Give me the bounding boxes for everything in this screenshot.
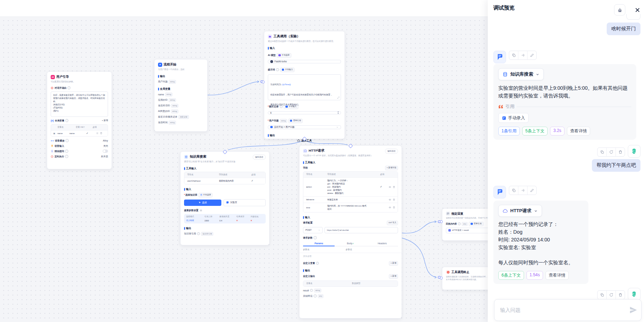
info-icon: i xyxy=(65,139,69,142)
manual-entry-icon xyxy=(502,116,506,120)
tts-play-icon[interactable] xyxy=(518,186,527,195)
view-detail-button[interactable]: 查看详情 xyxy=(567,127,590,135)
edit-description-button[interactable]: 编辑描述 xyxy=(385,149,398,154)
tts-value[interactable]: Alloy xyxy=(103,139,108,142)
section-input: 输入 xyxy=(299,216,402,219)
node-subtitle: 可以配置应用的系统参数。 xyxy=(51,80,108,83)
table-row[interactable]: action 预约行为，一共四种： get - 查询预约情况 put - 更新预… xyxy=(303,177,398,196)
reply-mode-badge[interactable]: 变量引用 xyxy=(469,222,483,226)
kb-ref-label: 知识库引用 xyxy=(184,232,196,235)
add-field-button[interactable]: + 新增字段 xyxy=(385,166,398,170)
citation-count-badge[interactable]: 1条引用 xyxy=(498,127,520,135)
model-mode-badge[interactable]: 手动选择 xyxy=(277,53,291,58)
kb-search-icon xyxy=(503,72,508,77)
copy-icon[interactable] xyxy=(598,291,606,299)
info-icon: i xyxy=(68,86,71,89)
eye-icon[interactable] xyxy=(389,198,391,201)
trash-icon[interactable] xyxy=(393,206,395,209)
user-avatar xyxy=(628,288,640,301)
model-select[interactable]: FastAI-turbo xyxy=(268,60,341,63)
copy-icon[interactable] xyxy=(509,51,518,59)
method-select[interactable]: POST xyxy=(303,227,323,233)
node-subtitle: 可以发出一个 HTTP 请求，实现更为复杂的操作（联网搜索、数据库查询等） xyxy=(303,154,385,157)
node-title: 用户引导 xyxy=(56,75,69,79)
eye-icon[interactable] xyxy=(389,186,391,188)
select-kb-button[interactable]: 选择 xyxy=(184,200,221,206)
tab-body[interactable]: Body✓ xyxy=(335,241,366,246)
chat-input[interactable] xyxy=(494,307,626,313)
prompt-mode-badge[interactable]: 手动输入 xyxy=(280,68,295,72)
http-request-accordion[interactable]: HTTP请求 xyxy=(498,205,542,217)
table-row[interactable]: ▣ name name ✓ xyxy=(51,130,108,136)
clear-history-button[interactable] xyxy=(614,4,625,15)
node-user-guide[interactable]: Hi 用户引导 可以配置应用的系统参数。 对话开场白 i 你好，我是实验室助手，… xyxy=(47,71,112,169)
ai-message-text: 实验室的营业时间是早上9:00到晚上5:00。如果有其他问题或需要预约实验室，请… xyxy=(498,84,631,100)
edit-icon[interactable] xyxy=(527,186,536,195)
add-variable-button[interactable]: + 新增 xyxy=(102,119,108,122)
trash-icon[interactable] xyxy=(393,186,395,188)
guess-question-toggle[interactable] xyxy=(103,150,108,153)
gear-icon[interactable] xyxy=(96,132,99,134)
question-select[interactable]: 流程开始 > 用户问题 xyxy=(268,125,341,129)
send-button[interactable] xyxy=(626,305,641,315)
edit-description-button[interactable]: 编辑描述 xyxy=(253,154,266,160)
copy-icon[interactable] xyxy=(509,186,518,195)
table-row[interactable]: userChatInput 需要检索的内容 ✓ xyxy=(184,178,265,184)
delete-icon[interactable] xyxy=(615,148,625,156)
quote-divider: 引用 xyxy=(498,103,631,110)
tool-stop-icon xyxy=(446,270,450,274)
curl-import-button[interactable]: curl 导入 xyxy=(387,221,398,225)
input-handle[interactable] xyxy=(440,220,443,223)
prompt-textarea[interactable]: 当前时间为: {{cTime}} 你是实验室助手，用户可能会咨询实验室相关介绍或… xyxy=(268,74,341,100)
kb-mode-badge[interactable]: 手动选择 xyxy=(198,193,213,197)
voice-input-label: 语音输入 xyxy=(55,144,64,148)
kb-search-accordion[interactable]: 知识库搜索 xyxy=(498,68,544,80)
close-panel-button[interactable] xyxy=(633,6,641,14)
retry-icon[interactable] xyxy=(606,148,615,156)
input-handle[interactable] xyxy=(262,81,265,83)
node-flow-start[interactable]: 流程开始 当用户发送一个内容后，流程 输出 用户问题 string 全局变量 n… xyxy=(154,59,208,132)
output-user-question: 用户问题 xyxy=(158,80,168,83)
retry-icon[interactable] xyxy=(606,291,615,299)
node-http[interactable]: HTTP请求 可以发出一个 HTTP 请求，实现更为复杂的操作（联网搜索、数据库… xyxy=(299,145,402,318)
node-title: 指定回复 xyxy=(452,212,463,216)
quote-source-chip[interactable]: 手动录入 xyxy=(498,113,529,123)
tts-play-icon[interactable] xyxy=(518,51,527,59)
trash-icon[interactable] xyxy=(393,198,395,201)
gvar-label: AI回复的ID xyxy=(158,109,170,113)
message-toolbar xyxy=(597,147,625,157)
copy-icon[interactable] xyxy=(598,148,606,156)
edit-icon[interactable] xyxy=(527,51,536,59)
reply-value[interactable]: HTTP请求 > result xyxy=(452,229,469,232)
tab-params[interactable]: Params xyxy=(303,241,335,246)
url-input[interactable]: https://dxbs7j.laf.dev/lab xyxy=(324,227,398,233)
http-icon xyxy=(503,208,508,214)
opening-textarea[interactable]: 你好，我是实验室助手，请问有什么可以帮助你的么？如需预约或修改预约实验室，请提供… xyxy=(51,91,108,117)
history-stepper[interactable]: 6 xyxy=(268,111,341,114)
chevron-down-icon xyxy=(534,209,538,213)
duration-badge: 1.54s xyxy=(526,271,543,280)
add-output-button[interactable]: + 新增 xyxy=(389,274,398,279)
global-vars-label: 全局变量 xyxy=(55,119,64,122)
add-param-placeholder[interactable]: 添加参数 xyxy=(303,255,312,258)
tab-headers[interactable]: Headers xyxy=(366,241,398,246)
view-detail-button[interactable]: 查看详情 xyxy=(545,271,569,280)
voice-input-value[interactable]: 关闭 xyxy=(103,144,108,148)
question-mode-badge[interactable]: 变量引用 xyxy=(288,119,303,123)
table-row[interactable]: time 预约时间，按 YYYY/MM/DD HH:mm 格式 返回 xyxy=(303,203,398,212)
table-row[interactable]: labname 实验室名称 xyxy=(303,196,398,203)
expand-icon[interactable] xyxy=(337,96,340,99)
kb-dataset-card[interactable]: 实验室 xyxy=(223,199,266,206)
node-tool-call[interactable]: 工具调用（实验） 通过AI模型自动选择一个或多个功能块进行调用，也可以对插件进行… xyxy=(264,31,345,139)
schedule-value[interactable]: 未开启 xyxy=(101,155,108,158)
node-kb-search[interactable]: 知识库搜索 调用"语义检索"和"全文检索"能力，从"知识库"中查找实验 编辑描述… xyxy=(180,151,270,245)
eye-icon[interactable] xyxy=(389,206,391,209)
gear-icon[interactable] xyxy=(200,209,202,212)
delete-icon[interactable] xyxy=(615,291,625,299)
context-count-badge[interactable]: 6条上下文 xyxy=(498,271,524,280)
trash-icon[interactable] xyxy=(100,132,102,134)
section-tool-input: 工具输入 xyxy=(299,161,402,164)
context-count-badge[interactable]: 5条上下文 xyxy=(522,127,548,135)
add-custom-var-button[interactable]: + 新增 xyxy=(389,261,398,266)
input-handle[interactable] xyxy=(440,277,443,279)
